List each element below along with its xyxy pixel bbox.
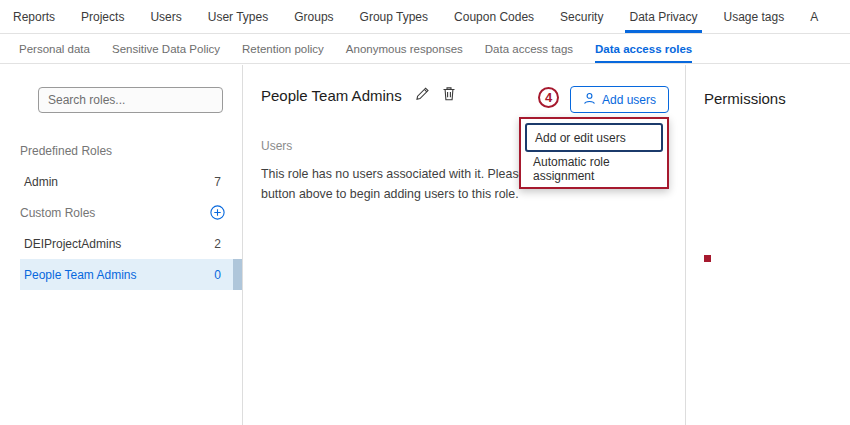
menu-item-label: Automatic role assignment bbox=[533, 155, 655, 183]
sub-nav-label: Personal data bbox=[19, 43, 90, 55]
role-count: 2 bbox=[214, 237, 221, 251]
section-label: Predefined Roles bbox=[20, 144, 112, 158]
role-name: People Team Admins bbox=[24, 268, 137, 282]
top-nav-label: User Types bbox=[208, 10, 268, 24]
top-nav-security[interactable]: Security bbox=[547, 0, 616, 33]
sub-nav-label: Data access roles bbox=[595, 43, 692, 55]
sidebar-scrollbar-thumb[interactable] bbox=[233, 259, 242, 290]
sub-nav: Personal data Sensitive Data Policy Rete… bbox=[0, 34, 850, 64]
sub-nav-label: Sensitive Data Policy bbox=[112, 43, 220, 55]
sub-nav-anonymous-responses[interactable]: Anonymous responses bbox=[335, 34, 474, 63]
top-nav-label: Usage tags bbox=[724, 10, 785, 24]
top-nav-projects[interactable]: Projects bbox=[68, 0, 137, 33]
users-section-label: Users bbox=[261, 139, 292, 153]
menu-item-add-or-edit-users[interactable]: Add or edit users bbox=[525, 123, 663, 152]
top-nav-label: Group Types bbox=[360, 10, 428, 24]
add-user-icon bbox=[583, 92, 596, 108]
page-title: People Team Admins bbox=[261, 87, 402, 104]
search-input[interactable] bbox=[38, 87, 223, 113]
top-nav-overflow-item[interactable]: A bbox=[797, 0, 831, 33]
empty-state-line1: This role has no users associated with i… bbox=[261, 164, 525, 184]
role-title-row: People Team Admins bbox=[261, 86, 456, 104]
role-count: 7 bbox=[214, 175, 221, 189]
roles-sidebar: Predefined Roles Admin 7 Custom Roles DE… bbox=[0, 65, 243, 425]
top-nav-label: Reports bbox=[13, 10, 55, 24]
annotation-red-marker bbox=[704, 255, 711, 262]
top-nav-label: Users bbox=[150, 10, 181, 24]
top-nav-label: Groups bbox=[294, 10, 333, 24]
sidebar-item-admin[interactable]: Admin 7 bbox=[20, 166, 242, 197]
top-nav-user-types[interactable]: User Types bbox=[195, 0, 281, 33]
edit-role-button[interactable] bbox=[415, 87, 429, 104]
add-users-dropdown: Add or edit users Automatic role assignm… bbox=[519, 117, 669, 189]
top-nav-users[interactable]: Users bbox=[137, 0, 194, 33]
role-detail-panel: People Team Admins Users This role has n… bbox=[244, 65, 685, 425]
top-nav-usage-tags[interactable]: Usage tags bbox=[711, 0, 798, 33]
role-count: 0 bbox=[214, 268, 221, 282]
empty-state-text: This role has no users associated with i… bbox=[261, 164, 525, 204]
top-nav-data-privacy[interactable]: Data Privacy bbox=[616, 0, 710, 33]
sub-nav-data-access-tags[interactable]: Data access tags bbox=[474, 34, 584, 63]
role-name: DEIProjectAdmins bbox=[24, 237, 121, 251]
sidebar-item-deiprojectadmins[interactable]: DEIProjectAdmins 2 bbox=[20, 228, 242, 259]
custom-roles-header: Custom Roles bbox=[0, 197, 242, 228]
annotation-step-badge: 4 bbox=[538, 87, 559, 108]
top-nav: Reports Projects Users User Types Groups… bbox=[0, 0, 850, 34]
sub-nav-label: Anonymous responses bbox=[346, 43, 463, 55]
role-list: Predefined Roles Admin 7 Custom Roles DE… bbox=[0, 135, 242, 290]
add-users-button[interactable]: Add users bbox=[570, 86, 669, 113]
sub-nav-label: Data access tags bbox=[485, 43, 573, 55]
trash-icon bbox=[442, 86, 456, 104]
top-nav-groups[interactable]: Groups bbox=[281, 0, 346, 33]
role-name: Admin bbox=[24, 175, 58, 189]
add-users-label: Add users bbox=[602, 93, 656, 107]
top-nav-label: A bbox=[810, 10, 818, 24]
section-label: Custom Roles bbox=[20, 206, 95, 220]
pencil-icon bbox=[415, 87, 429, 104]
top-nav-label: Security bbox=[560, 10, 603, 24]
sub-nav-sensitive-data-policy[interactable]: Sensitive Data Policy bbox=[101, 34, 231, 63]
sub-nav-retention-policy[interactable]: Retention policy bbox=[231, 34, 335, 63]
top-nav-label: Coupon Codes bbox=[454, 10, 534, 24]
sub-nav-personal-data[interactable]: Personal data bbox=[8, 34, 101, 63]
sub-nav-label: Retention policy bbox=[242, 43, 324, 55]
permissions-panel: Permissions bbox=[685, 65, 850, 425]
top-nav-coupon-codes[interactable]: Coupon Codes bbox=[441, 0, 547, 33]
sidebar-item-people-team-admins[interactable]: People Team Admins 0 bbox=[20, 259, 242, 290]
permissions-title: Permissions bbox=[704, 90, 786, 107]
top-nav-label: Projects bbox=[81, 10, 124, 24]
predefined-roles-header: Predefined Roles bbox=[0, 135, 242, 166]
delete-role-button[interactable] bbox=[442, 86, 456, 104]
menu-item-label: Add or edit users bbox=[535, 131, 626, 145]
sub-nav-data-access-roles[interactable]: Data access roles bbox=[584, 34, 703, 63]
top-nav-label: Data Privacy bbox=[629, 10, 697, 24]
menu-item-automatic-role-assignment[interactable]: Automatic role assignment bbox=[525, 154, 663, 183]
top-nav-group-types[interactable]: Group Types bbox=[347, 0, 441, 33]
empty-state-line2: button above to begin adding users to th… bbox=[261, 184, 525, 204]
admin-app: Reports Projects Users User Types Groups… bbox=[0, 0, 850, 425]
top-nav-reports[interactable]: Reports bbox=[0, 0, 68, 33]
add-role-icon[interactable] bbox=[210, 205, 225, 220]
